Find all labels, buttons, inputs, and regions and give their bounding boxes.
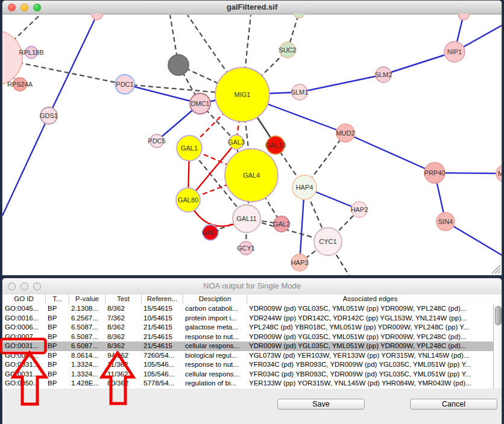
- table-cell: 7260/54...: [141, 351, 183, 361]
- graph-node-rps24a[interactable]: [13, 78, 27, 91]
- graph-node-unlabeled[interactable]: [92, 14, 102, 20]
- graph-node-hap2[interactable]: [351, 202, 367, 217]
- minimize-button[interactable]: [20, 282, 28, 290]
- table-row[interactable]: GO:0007...BP6.5087...8/36221/54615respon…: [2, 332, 493, 342]
- graph-node-prp40[interactable]: [424, 163, 445, 183]
- graph-node-gal10[interactable]: [266, 136, 285, 154]
- network-canvas[interactable]: RPL18BRPS24AGDS1PDC1DMC1MIG1SUC2NIP1SLM2…: [2, 14, 502, 275]
- column-header-t-[interactable]: T...: [45, 295, 69, 304]
- graph-node-unlabeled[interactable]: [458, 14, 469, 20]
- graph-node-pdc5[interactable]: [150, 134, 163, 148]
- graph-node-mig1[interactable]: [215, 67, 269, 122]
- column-header-go-id[interactable]: GO ID: [2, 295, 45, 304]
- table-cell: GO:0045...: [2, 304, 45, 314]
- minimize-button[interactable]: [20, 4, 28, 11]
- table-row[interactable]: GO:0016...BP6.2567...7/36210/54615protei…: [2, 314, 493, 323]
- table-cell: 1.3324...: [69, 370, 105, 379]
- column-header-associated-edges[interactable]: Associated edges: [247, 295, 493, 304]
- scrollbar-thumb[interactable]: [495, 306, 502, 325]
- table-cell: 10/54615: [141, 314, 183, 323]
- table-cell: YDR244W (pp) YDR142C, YDR142C (pp) YGL15…: [247, 314, 493, 323]
- graph-node-suc2[interactable]: [280, 42, 295, 58]
- graph-node-slm1[interactable]: [292, 84, 307, 100]
- table-cell: BP: [45, 370, 69, 379]
- column-header-desciption[interactable]: Desciption: [183, 295, 247, 304]
- graph-node-gal3[interactable]: [229, 135, 244, 149]
- table-cell: YFR034C (pd) YBR093C, YDR009W (pd) YGL03…: [247, 370, 493, 379]
- table-cell: 21/54615: [141, 332, 183, 342]
- table-cell: GO:0050...: [2, 379, 45, 388]
- save-button[interactable]: Save: [277, 399, 365, 410]
- graph-node-gal7[interactable]: [203, 225, 218, 240]
- table-cell: 1.428E...: [69, 379, 105, 388]
- vertical-scrollbar[interactable]: [493, 304, 502, 388]
- graph-node-gcy1[interactable]: [239, 242, 253, 255]
- table-cell: YFR034C (pd) YBR093C, YDR009W (pd) YGL03…: [247, 360, 493, 370]
- graph-node-gal2[interactable]: [274, 216, 289, 232]
- graph-node-slm2[interactable]: [376, 67, 391, 83]
- table-row[interactable]: GO:0006...BP6.5087...8/36221/54615galact…: [2, 323, 493, 332]
- graph-node-hap4[interactable]: [292, 175, 317, 199]
- graph-node-cyc1[interactable]: [314, 228, 342, 255]
- graph-node-rpl18b[interactable]: [25, 46, 37, 58]
- noa-output-window: NOA output for Single Mode GO IDT...P-va…: [2, 278, 502, 424]
- graph-node-mud2[interactable]: [336, 124, 354, 142]
- table-cell: BP: [45, 332, 69, 342]
- graph-node-gal80[interactable]: [176, 188, 200, 212]
- table-cell: 2.1308...: [69, 304, 105, 314]
- graph-node-pdc1[interactable]: [115, 75, 134, 94]
- close-button[interactable]: [8, 282, 16, 290]
- zoom-button[interactable]: [33, 282, 41, 290]
- noa-window-title: NOA output for Single Mode: [2, 278, 502, 294]
- table-row[interactable]: GO:0045...BP2.1308...8/36215/54615carbon…: [2, 304, 493, 314]
- graph-node-sin4[interactable]: [436, 213, 455, 231]
- zoom-button[interactable]: [33, 4, 41, 11]
- graph-edge: [446, 222, 502, 257]
- column-header-p-value[interactable]: P-value: [69, 295, 105, 304]
- table-cell: cellular respons...: [183, 341, 247, 351]
- table-cell: 11/362: [105, 360, 141, 370]
- table-cell: YGL073W (pd) YER103W, YER133W (pp) YOR31…: [247, 351, 493, 361]
- table-row[interactable]: GO:0065...BP8.0614...94/3627260/54...bio…: [2, 351, 493, 361]
- table-row[interactable]: GO:0031...BP1.3324...11/362105/546...cel…: [2, 370, 493, 379]
- edges-layer: [2, 14, 502, 275]
- graph-node-msl[interactable]: [496, 165, 502, 182]
- graph-edge: [383, 52, 455, 75]
- table-cell: 15/54615: [141, 304, 183, 314]
- table-cell: BP: [45, 351, 69, 361]
- cancel-button[interactable]: Cancel: [410, 399, 497, 410]
- table-cell: BP: [45, 314, 69, 323]
- table-cell: GO:0006...: [2, 323, 45, 332]
- graph-node-nip1[interactable]: [444, 42, 465, 62]
- table-cell: BP: [45, 341, 69, 351]
- graph-node-unlabeled[interactable]: [294, 14, 304, 18]
- column-header-referen-[interactable]: Referen...: [141, 295, 183, 304]
- graph-node-unlabeled[interactable]: [168, 55, 189, 75]
- resize-grip-icon[interactable]: [492, 265, 500, 273]
- noa-window-titlebar[interactable]: NOA output for Single Mode: [2, 278, 502, 295]
- table-row[interactable]: GO:0031...BP6.5087...8/36221/54615cellul…: [2, 341, 493, 351]
- table-cell: regulation of bi...: [183, 379, 247, 388]
- graph-node-gal4[interactable]: [225, 149, 278, 202]
- graph-node-gal1[interactable]: [177, 136, 202, 161]
- table-cell: 7/362: [105, 314, 141, 323]
- network-window-titlebar[interactable]: galFiltered.sif: [2, 1, 502, 14]
- table-cell: 8/362: [105, 341, 141, 351]
- close-button[interactable]: [8, 4, 16, 11]
- graph-node-unlabeled[interactable]: [2, 31, 22, 85]
- column-header-test[interactable]: Test: [105, 295, 141, 304]
- table-cell: BP: [45, 304, 69, 314]
- graph-edge: [300, 75, 383, 92]
- table-cell: carbon cataboli...: [183, 304, 247, 314]
- graph-node-gal11[interactable]: [233, 205, 260, 232]
- graph-node-gds1[interactable]: [40, 107, 57, 124]
- table-cell: 105/546...: [141, 370, 183, 379]
- graph-node-dmc1[interactable]: [190, 93, 210, 114]
- graph-node-hap3[interactable]: [291, 254, 308, 271]
- table-cell: YDR009W (pd) YGL035C, YML051W (pp) YDR00…: [247, 341, 493, 351]
- table-cell: 94/362: [105, 351, 141, 361]
- table-row[interactable]: GO:0031...BP1.3324...11/362105/546...res…: [2, 360, 493, 370]
- table-cell: YDR009W (pd) YGL035C, YML051W (pp) YDR00…: [247, 332, 493, 342]
- network-window: galFiltered.sif RPL18BRPS24AGDS1PDC1DMC1…: [2, 0, 502, 275]
- table-row[interactable]: GO:0050...BP1.428E...80/3625778/54...reg…: [2, 379, 493, 388]
